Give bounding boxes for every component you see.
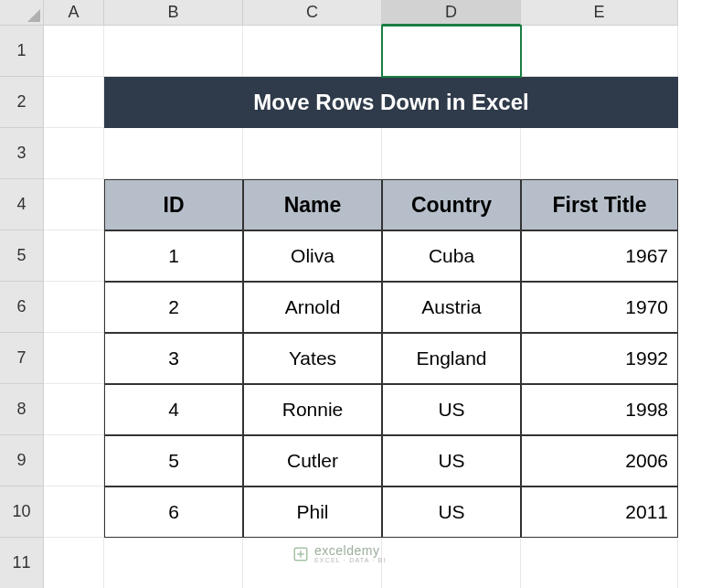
th-country[interactable]: Country [382, 179, 521, 230]
title-cell[interactable]: Move Rows Down in Excel [104, 77, 678, 128]
cell-D3[interactable] [382, 128, 521, 179]
td-country-0[interactable]: Cuba [382, 230, 521, 282]
col-header-D[interactable]: D [382, 0, 521, 26]
cell-C1[interactable] [243, 26, 382, 77]
cell-E11[interactable] [521, 538, 678, 588]
td-title-2[interactable]: 1992 [521, 333, 678, 384]
watermark: exceldemy EXCEL · DATA · BI [292, 544, 387, 563]
cell-D11[interactable] [382, 538, 521, 588]
td-title-5[interactable]: 2011 [521, 486, 678, 538]
col-header-C[interactable]: C [243, 0, 382, 26]
td-title-3[interactable]: 1998 [521, 384, 678, 435]
row-header-7[interactable]: 7 [0, 333, 44, 384]
cell-A7[interactable] [44, 333, 104, 384]
logo-icon [292, 546, 309, 562]
cell-A1[interactable] [44, 26, 104, 77]
cell-E3[interactable] [521, 128, 678, 179]
th-first-title[interactable]: First Title [521, 179, 678, 230]
row-header-4[interactable]: 4 [0, 179, 44, 230]
cell-A3[interactable] [44, 128, 104, 179]
td-id-2[interactable]: 3 [104, 333, 243, 384]
td-id-1[interactable]: 2 [104, 282, 243, 333]
td-title-1[interactable]: 1970 [521, 282, 678, 333]
td-id-5[interactable]: 6 [104, 486, 243, 538]
row-header-6[interactable]: 6 [0, 282, 44, 333]
cell-B3[interactable] [104, 128, 243, 179]
cell-B11[interactable] [104, 538, 243, 588]
col-header-A[interactable]: A [44, 0, 104, 26]
cell-A9[interactable] [44, 435, 104, 486]
td-country-5[interactable]: US [382, 486, 521, 538]
select-all-corner[interactable] [0, 0, 44, 26]
td-country-1[interactable]: Austria [382, 282, 521, 333]
cell-C3[interactable] [243, 128, 382, 179]
td-name-3[interactable]: Ronnie [243, 384, 382, 435]
cell-A10[interactable] [44, 486, 104, 538]
th-id[interactable]: ID [104, 179, 243, 230]
col-header-B[interactable]: B [104, 0, 243, 26]
cell-A5[interactable] [44, 230, 104, 282]
row-header-5[interactable]: 5 [0, 230, 44, 282]
th-name[interactable]: Name [243, 179, 382, 230]
td-country-4[interactable]: US [382, 435, 521, 486]
cell-A4[interactable] [44, 179, 104, 230]
row-header-3[interactable]: 3 [0, 128, 44, 179]
col-header-E[interactable]: E [521, 0, 678, 26]
cell-B1[interactable] [104, 26, 243, 77]
td-country-2[interactable]: England [382, 333, 521, 384]
row-header-2[interactable]: 2 [0, 77, 44, 128]
td-id-3[interactable]: 4 [104, 384, 243, 435]
cell-A6[interactable] [44, 282, 104, 333]
watermark-text: exceldemy EXCEL · DATA · BI [314, 544, 387, 563]
td-name-2[interactable]: Yates [243, 333, 382, 384]
td-name-1[interactable]: Arnold [243, 282, 382, 333]
cell-A2[interactable] [44, 77, 104, 128]
cell-D1[interactable] [382, 26, 521, 77]
spreadsheet-grid: A B C D E 1 2 Move Rows Down in Excel 3 … [0, 0, 701, 588]
td-country-3[interactable]: US [382, 384, 521, 435]
td-id-0[interactable]: 1 [104, 230, 243, 282]
row-header-11[interactable]: 11 [0, 538, 44, 588]
td-name-0[interactable]: Oliva [243, 230, 382, 282]
cell-E1[interactable] [521, 26, 678, 77]
row-header-1[interactable]: 1 [0, 26, 44, 77]
td-title-0[interactable]: 1967 [521, 230, 678, 282]
cell-A11[interactable] [44, 538, 104, 588]
row-header-10[interactable]: 10 [0, 486, 44, 538]
watermark-sub: EXCEL · DATA · BI [314, 557, 387, 563]
td-name-5[interactable]: Phil [243, 486, 382, 538]
td-id-4[interactable]: 5 [104, 435, 243, 486]
cell-A8[interactable] [44, 384, 104, 435]
td-name-4[interactable]: Cutler [243, 435, 382, 486]
row-header-9[interactable]: 9 [0, 435, 44, 486]
watermark-main: exceldemy [314, 544, 387, 557]
td-title-4[interactable]: 2006 [521, 435, 678, 486]
row-header-8[interactable]: 8 [0, 384, 44, 435]
